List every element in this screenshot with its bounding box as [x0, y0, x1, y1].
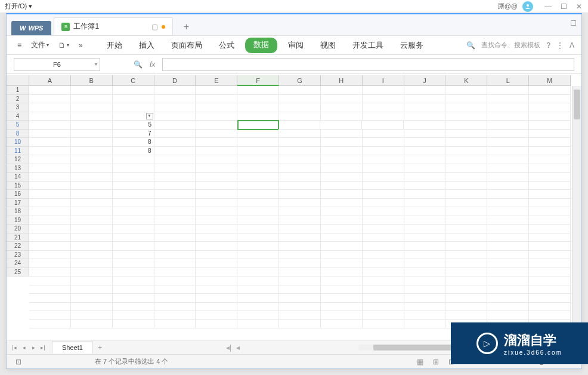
cell-F10[interactable] — [237, 138, 279, 147]
cell-G21[interactable] — [279, 233, 321, 242]
cell-B4[interactable] — [71, 112, 113, 121]
cell-B18[interactable] — [71, 207, 113, 216]
cell-E1[interactable] — [196, 86, 237, 95]
cell-J13[interactable] — [404, 164, 446, 173]
cell-K2[interactable] — [445, 95, 487, 104]
cell-L4[interactable] — [487, 112, 529, 121]
cell-K17[interactable] — [445, 199, 487, 208]
cell-C21[interactable] — [113, 233, 154, 242]
minimize-button[interactable]: — — [544, 2, 552, 11]
row-header-21[interactable]: 21 — [7, 233, 29, 242]
row-header-10[interactable]: 10 — [7, 138, 29, 147]
filter-dropdown-icon[interactable]: ▼ — [146, 113, 153, 119]
cell-J18[interactable] — [404, 207, 446, 216]
cell-M11[interactable] — [529, 147, 571, 156]
cell-H15[interactable] — [321, 182, 363, 190]
cell-M5[interactable] — [529, 121, 571, 130]
cell-D5[interactable] — [154, 121, 196, 130]
cell-K15[interactable] — [445, 182, 487, 190]
cell-C16[interactable] — [113, 190, 154, 199]
cell-G16[interactable] — [279, 190, 321, 199]
cell-I22[interactable] — [363, 242, 404, 251]
menu-数据[interactable]: 数据 — [245, 38, 277, 53]
file-menu[interactable]: 文件 ▾ — [27, 38, 52, 53]
cell-L12[interactable] — [487, 155, 529, 164]
cell-C24[interactable] — [113, 259, 154, 268]
cell-I18[interactable] — [363, 207, 404, 216]
row-header-24[interactable]: 24 — [7, 259, 29, 268]
cell-C12[interactable] — [113, 155, 154, 164]
cell-H18[interactable] — [321, 207, 363, 216]
cell-E16[interactable] — [196, 190, 237, 199]
menu-开始[interactable]: 开始 — [101, 38, 128, 53]
cell-I21[interactable] — [363, 233, 404, 242]
cell-F12[interactable] — [237, 155, 279, 164]
cell-G11[interactable] — [279, 147, 321, 156]
cell-D13[interactable] — [154, 164, 196, 173]
cell-H19[interactable] — [321, 216, 363, 225]
cell-A8[interactable] — [29, 130, 71, 139]
menu-页面布局[interactable]: 页面布局 — [165, 38, 208, 53]
cell-C10[interactable]: 8 — [113, 138, 154, 147]
cell-F18[interactable] — [237, 207, 279, 216]
cell-L19[interactable] — [487, 216, 529, 225]
cell-H16[interactable] — [321, 190, 363, 199]
cell-J2[interactable] — [404, 95, 446, 104]
cell-B3[interactable] — [71, 103, 113, 112]
cell-C17[interactable] — [113, 199, 154, 208]
cell-H24[interactable] — [321, 259, 363, 268]
cell-K5[interactable] — [445, 121, 487, 130]
cell-A1[interactable] — [29, 86, 71, 95]
cell-E21[interactable] — [196, 233, 237, 242]
cell-D22[interactable] — [154, 242, 196, 251]
cell-I11[interactable] — [363, 147, 404, 156]
cell-C23[interactable] — [113, 251, 154, 260]
cell-C1[interactable] — [113, 86, 154, 95]
cell-H2[interactable] — [321, 95, 363, 104]
cell-I25[interactable] — [363, 268, 404, 277]
cell-M13[interactable] — [529, 164, 571, 173]
cell-D15[interactable] — [154, 182, 196, 190]
cell-B16[interactable] — [71, 190, 113, 199]
col-header-B[interactable]: B — [71, 75, 113, 86]
cell-F2[interactable] — [237, 95, 279, 104]
row-header-16[interactable]: 16 — [7, 190, 29, 199]
cell-I19[interactable] — [363, 216, 404, 225]
row-header-14[interactable]: 14 — [7, 173, 29, 182]
cell-F8[interactable] — [237, 130, 279, 139]
cell-K25[interactable] — [445, 268, 487, 277]
cell-I1[interactable] — [363, 86, 404, 95]
cell-M2[interactable] — [529, 95, 571, 104]
cell-J14[interactable] — [404, 173, 446, 182]
cell-H21[interactable] — [321, 233, 363, 242]
cell-C2[interactable] — [113, 95, 154, 104]
cell-L1[interactable] — [487, 86, 529, 95]
cell-D11[interactable] — [154, 147, 196, 156]
cell-A16[interactable] — [29, 190, 71, 199]
cell-G5[interactable] — [278, 121, 320, 130]
cell-A17[interactable] — [29, 199, 71, 208]
cell-B17[interactable] — [71, 199, 113, 208]
cell-E22[interactable] — [196, 242, 237, 251]
cell-K12[interactable] — [445, 155, 487, 164]
cell-G20[interactable] — [279, 225, 321, 233]
col-header-K[interactable]: K — [445, 75, 487, 86]
col-header-I[interactable]: I — [363, 75, 404, 86]
cell-C14[interactable] — [113, 173, 154, 182]
cell-D24[interactable] — [154, 259, 196, 268]
cell-A24[interactable] — [29, 259, 71, 268]
cell-C19[interactable] — [113, 216, 154, 225]
cell-L25[interactable] — [487, 268, 529, 277]
cell-J5[interactable] — [404, 121, 445, 130]
close-button[interactable]: ✕ — [575, 2, 583, 11]
cell-B11[interactable] — [71, 147, 113, 156]
cell-K21[interactable] — [445, 233, 487, 242]
row-header-22[interactable]: 22 — [7, 242, 29, 251]
cell-E20[interactable] — [196, 225, 237, 233]
cell-K10[interactable] — [445, 138, 487, 147]
cell-K8[interactable] — [445, 130, 487, 139]
cell-I16[interactable] — [363, 190, 404, 199]
cell-E12[interactable] — [196, 155, 237, 164]
cell-E23[interactable] — [196, 251, 237, 260]
cell-F24[interactable] — [237, 259, 279, 268]
